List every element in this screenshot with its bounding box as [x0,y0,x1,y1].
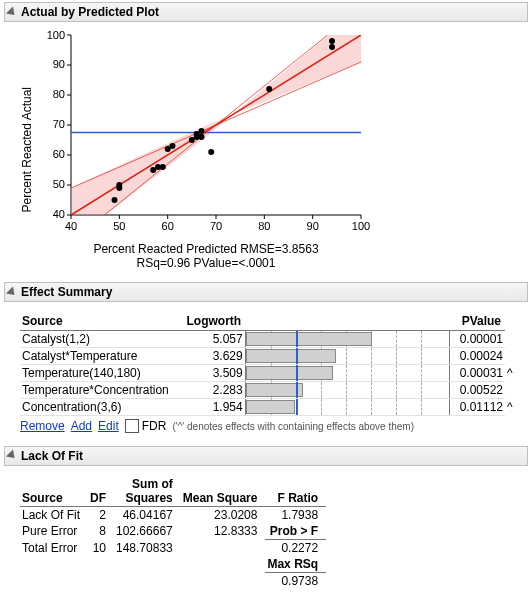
col-pvalue[interactable]: PValue [450,312,505,331]
effect-logworth: 3.509 [184,365,245,382]
effect-logworth: 2.283 [184,382,245,399]
col-bar [245,312,450,331]
effect-source: Concentration(3,6) [20,399,184,416]
y-axis-label: Percent Reacted Actual [20,87,34,212]
effect-source: Catalyst*Temperature [20,348,184,365]
y-tick: 100 [47,30,65,41]
col-logworth[interactable]: Logworth [184,312,245,331]
table-row[interactable]: Catalyst*Temperature3.6290.00024 [20,348,518,365]
effect-bar [245,399,450,416]
svg-point-34 [266,86,272,92]
table-row: Pure Error 8 102.66667 12.8333 Prob > F [20,523,326,540]
edit-link[interactable]: Edit [98,419,119,433]
col-fr: F Ratio [265,476,326,507]
svg-point-35 [329,44,335,50]
section-title: Lack Of Fit [21,449,83,463]
effect-caret [505,348,518,365]
effect-bar [245,365,450,382]
section-lack-of-fit: Lack Of Fit Source DF Sum ofSquares Mean… [4,446,528,595]
x-tick: 100 [352,220,370,232]
effect-pvalue: 0.00522 [450,382,505,399]
svg-point-33 [208,149,214,155]
effect-source: Catalyst(1,2) [20,331,184,348]
svg-point-36 [329,38,335,44]
svg-point-25 [160,164,166,170]
x-tick: 90 [307,220,319,232]
table-row[interactable]: Catalyst(1,2)5.0570.00001 [20,331,518,348]
y-tick: 50 [53,178,65,190]
section-effect-summary: Effect Summary Source Logworth PValue Ca… [4,282,528,440]
effect-bar [245,348,450,365]
y-tick: 60 [53,148,65,160]
disclosure-triangle-icon[interactable] [6,6,18,18]
effect-pvalue: 0.00001 [450,331,505,348]
section-title: Actual by Predicted Plot [21,5,159,19]
effect-logworth: 3.629 [184,348,245,365]
effect-logworth: 1.954 [184,399,245,416]
effect-caret [505,331,518,348]
lack-of-fit-table: Source DF Sum ofSquares Mean Square F Ra… [20,476,326,589]
svg-point-32 [199,128,205,134]
effect-caret [505,382,518,399]
max-rsq-value: 0.9738 [265,572,326,589]
col-ms: Mean Square [181,476,266,507]
table-row: Lack Of Fit 2 46.04167 23.0208 1.7938 [20,506,326,523]
scatter-plot: 40 50 60 70 80 90 100 40 50 60 [36,30,376,240]
y-tick: 70 [53,118,65,130]
table-row[interactable]: Temperature(140,180)3.5090.00031^ [20,365,518,382]
actual-by-predicted-plot: Percent Reacted Actual 40 50 60 70 80 9 [20,30,518,270]
x-tick: 60 [162,220,174,232]
disclosure-triangle-icon[interactable] [6,286,18,298]
y-tick: 90 [53,58,65,70]
add-link[interactable]: Add [71,419,92,433]
x-tick: 70 [210,220,222,232]
svg-point-27 [170,143,176,149]
table-row: Total Error 10 148.70833 0.2272 [20,539,326,556]
effect-source: Temperature*Concentration [20,382,184,399]
svg-point-20 [112,197,118,203]
section-header-lack-of-fit[interactable]: Lack Of Fit [4,446,528,466]
y-tick: 40 [53,208,65,220]
svg-point-31 [199,134,205,140]
x-axis-label: Percent Reacted Predicted RMSE=3.8563 [93,242,318,256]
table-row[interactable]: Concentration(3,6)1.9540.01112^ [20,399,518,416]
table-row[interactable]: Temperature*Concentration2.2830.00522 [20,382,518,399]
effect-caret: ^ [505,365,518,382]
x-tick: 50 [113,220,125,232]
effect-bar [245,331,450,348]
remove-link[interactable]: Remove [20,419,65,433]
y-tick: 80 [53,88,65,100]
col-source[interactable]: Source [20,312,184,331]
effect-source: Temperature(140,180) [20,365,184,382]
effect-caret: ^ [505,399,518,416]
effect-logworth: 5.057 [184,331,245,348]
svg-point-22 [116,182,122,188]
plot-stats: RSq=0.96 PValue=<.0001 [137,256,276,270]
section-title: Effect Summary [21,285,112,299]
table-row: 0.9738 [20,572,326,589]
effect-summary-table: Source Logworth PValue Catalyst(1,2)5.05… [20,312,518,416]
table-row: Max RSq [20,556,326,573]
section-actual-by-predicted: Actual by Predicted Plot Percent Reacted… [4,2,528,276]
effect-pvalue: 0.00031 [450,365,505,382]
effect-bar [245,382,450,399]
effect-pvalue: 0.01112 [450,399,505,416]
x-tick: 80 [258,220,270,232]
effect-pvalue: 0.00024 [450,348,505,365]
caret-note: ('^' denotes effects with containing eff… [172,421,414,432]
disclosure-triangle-icon[interactable] [6,450,18,462]
section-header-actual-by-predicted[interactable]: Actual by Predicted Plot [4,2,528,22]
fdr-checkbox[interactable]: FDR [125,419,167,434]
col-ss: Sum ofSquares [114,476,181,507]
col-df: DF [88,476,114,507]
x-tick: 40 [65,220,77,232]
section-header-effect-summary[interactable]: Effect Summary [4,282,528,302]
max-rsq-label: Max RSq [265,556,326,573]
col-source: Source [20,476,88,507]
